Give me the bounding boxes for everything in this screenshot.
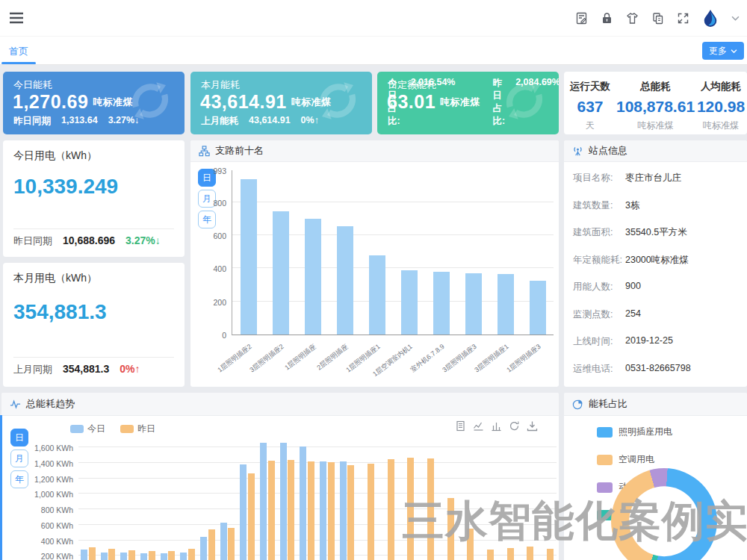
trend-bar-yesterday: [487, 550, 494, 560]
site-info-label: 用能人数:: [573, 281, 613, 292]
site-info-value: 2019-12-25: [625, 335, 673, 346]
antenna-icon: [572, 146, 583, 157]
pie-legend-item[interactable]: 空调用电: [597, 453, 672, 466]
trend-bar-yesterday: [547, 549, 554, 560]
compare-label: 昨日同期: [13, 234, 52, 248]
chart-toolbox: [455, 420, 538, 432]
trend-bar-today: [280, 443, 287, 560]
tab-home[interactable]: 首页: [9, 45, 28, 58]
card-title: 本月用电（kWh）: [13, 272, 97, 285]
legend-swatch: [597, 510, 613, 520]
kpi-value: 1,270.69: [13, 91, 88, 112]
y-tick-label: 600: [198, 231, 226, 240]
month-power-value: 354,881.3: [13, 300, 107, 324]
site-info-label: 监测点数:: [573, 309, 613, 320]
site-info-panel: 站点信息 项目名称:枣庄市台儿庄建筑数量:3栋建筑面积:35540.5平方米年定…: [564, 140, 747, 387]
site-info-value: 0531-82665798: [625, 363, 691, 373]
line-chart-icon[interactable]: [473, 420, 484, 432]
trend-bar-today: [101, 553, 108, 560]
legend-swatch: [120, 425, 134, 433]
stat-value: 108,878.61: [616, 98, 695, 116]
trend-bar-yesterday: [447, 498, 454, 560]
trend-bar-yesterday: [308, 461, 314, 560]
branch-bar: [401, 270, 418, 335]
documents-icon[interactable]: [651, 12, 664, 25]
today-power-card: 今日用电（kWh） 10,339.249 昨日同期 10,688.696 3.2…: [3, 140, 185, 257]
trend-bar-today: [81, 550, 87, 560]
pie-legend-item[interactable]: 照明插座用电: [597, 426, 672, 438]
energy-share-panel: 能耗占比 照明插座用电空调用电动力用电特殊用电: [564, 393, 747, 560]
site-info-label: 运维电话:: [573, 364, 613, 374]
branch-bar-chart: [232, 170, 554, 335]
fullscreen-icon[interactable]: [677, 12, 689, 25]
site-info-value: 900: [625, 281, 641, 291]
stat-column: 总能耗108,878.61吨标准煤: [616, 72, 695, 134]
pulse-icon: [10, 399, 21, 410]
trend-bar-yesterday: [368, 464, 374, 560]
clipboard-tools-icon[interactable]: [575, 12, 588, 25]
restore-icon[interactable]: [509, 420, 520, 432]
panel-header: 支路前十名: [190, 140, 559, 162]
x-category-label: 3层照明插座3: [421, 342, 478, 390]
y-tick-label: 600 KWh: [22, 521, 73, 530]
x-category-label: 1层照明插座2: [196, 342, 253, 390]
trend-bar-today: [220, 523, 227, 560]
lock-icon[interactable]: [601, 12, 613, 25]
site-info-value: 254: [625, 308, 641, 319]
trend-bar-yesterday: [347, 465, 354, 560]
download-icon[interactable]: [527, 420, 538, 432]
today-power-value: 10,339.249: [13, 175, 118, 199]
site-info-row: 项目名称:枣庄市台儿庄: [573, 172, 741, 184]
panel-title: 站点信息: [589, 144, 627, 158]
trend-bar-today: [260, 443, 267, 560]
trend-bar-yesterday: [388, 459, 394, 560]
branch-bar: [305, 219, 321, 335]
gridline: [232, 202, 554, 202]
logo-drop-icon[interactable]: [702, 9, 719, 27]
legend-item[interactable]: 昨日: [120, 423, 155, 435]
stat-column: 运行天数637天: [564, 72, 616, 134]
panel-title: 支路前十名: [215, 144, 264, 158]
theme-shirt-icon[interactable]: [626, 12, 639, 25]
branch-period-button-2[interactable]: 年: [198, 211, 216, 228]
recycle-icon: [126, 77, 174, 128]
more-button[interactable]: 更多: [702, 42, 744, 60]
bar-chart-icon[interactable]: [491, 420, 502, 432]
compare-percent: 0%↑: [120, 363, 140, 375]
kpi-sub-label: 上月能耗: [201, 115, 238, 128]
kpi-card-daily-quota: 日定额能耗 63.01吨标准煤 今日占比:2,016.54%昨日占比:2,084…: [377, 72, 559, 134]
y-tick-label: 400 KWh: [22, 537, 73, 546]
x-category-label: 2层照明插座: [292, 342, 350, 390]
legend-item[interactable]: 今日: [70, 423, 105, 435]
site-info-label: 建筑面积:: [573, 227, 613, 237]
branch-bar: [369, 255, 385, 335]
kpi-card-month-energy: 本月能耗 43,614.91吨标准煤 上月能耗43,614.910%↑: [190, 72, 372, 134]
y-tick-label: 1,200 KWh: [22, 475, 73, 484]
compare-value: 10,688.696: [63, 234, 115, 246]
kpi-sub-label: 今日占比:: [388, 77, 400, 128]
account-chevron-down-icon[interactable]: [731, 14, 740, 22]
trend-bar-yesterday: [128, 550, 135, 560]
pie-chart-icon: [572, 399, 583, 410]
month-power-card: 本月用电（kWh） 354,881.3 上月同期 354,881.3 0%↑: [3, 263, 185, 387]
y-tick-label: 993: [198, 167, 226, 175]
left-edge-scroll-strip[interactable]: [0, 415, 2, 560]
legend-label: 昨日: [137, 423, 155, 435]
site-info-row: 建筑数量:3栋: [573, 199, 741, 212]
hamburger-menu-icon[interactable]: [9, 10, 24, 25]
y-tick-label: 1,400 KWh: [22, 459, 73, 468]
more-button-label: 更多: [709, 45, 727, 57]
site-info-value: 35540.5平方米: [625, 226, 687, 239]
recycle-icon: [500, 77, 548, 128]
gridline: [78, 462, 557, 463]
legend-swatch: [597, 482, 613, 493]
site-info-label: 上线时间:: [573, 336, 613, 346]
legend-swatch: [597, 427, 613, 438]
y-tick-label: 200 KWh: [22, 552, 73, 560]
stat-label: 运行天数: [564, 80, 616, 93]
data-view-icon[interactable]: [455, 420, 466, 432]
trend-bar-yesterday: [467, 529, 474, 560]
top-navbar: [0, 0, 747, 36]
kpi-sub-value: 43,614.91: [249, 115, 291, 128]
y-tick-label: 800: [198, 199, 226, 208]
